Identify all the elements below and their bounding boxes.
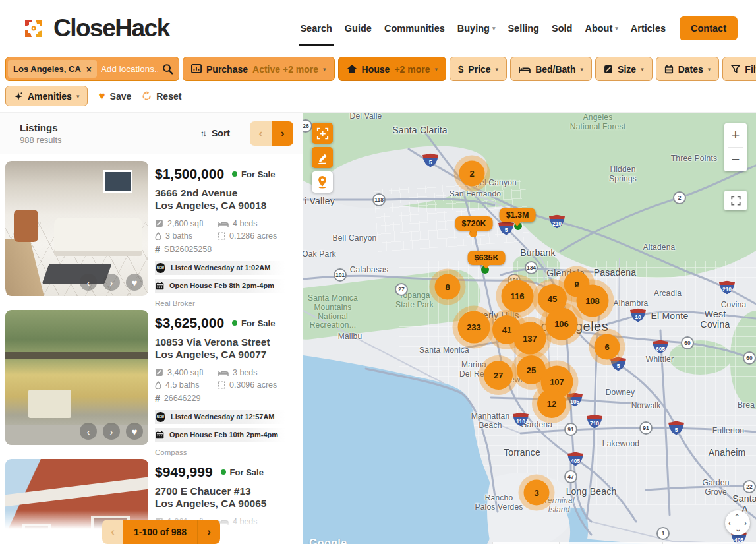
map-cluster-marker[interactable]: 106: [546, 308, 578, 340]
map-cluster-marker[interactable]: 12: [537, 389, 566, 418]
map-cluster-marker[interactable]: 27: [484, 361, 513, 390]
photo-next-button[interactable]: ›: [103, 274, 120, 291]
map-cluster-marker[interactable]: 108: [577, 285, 609, 317]
property-type-filter-button[interactable]: House +2 more ▾: [338, 57, 446, 81]
map-cluster-marker[interactable]: 137: [514, 322, 546, 355]
filter-button-dates[interactable]: Dates▾: [656, 57, 720, 81]
purchase-icon: [191, 64, 202, 73]
nav-item-selling[interactable]: Selling: [508, 23, 539, 34]
route-shield-27: 27: [395, 283, 408, 296]
baths-icon: [155, 381, 161, 390]
brand-logo[interactable]: CloseHack: [20, 15, 169, 42]
contact-button[interactable]: Contact: [680, 16, 738, 40]
pan-up-icon[interactable]: ‹: [734, 514, 741, 516]
reset-label: Reset: [156, 91, 181, 102]
pan-left-icon[interactable]: ‹: [728, 519, 731, 527]
map-cluster-marker[interactable]: 2: [459, 161, 485, 187]
listed-banner: NEWListed Wednesday at 1:02AM: [155, 261, 285, 275]
purchase-filter-button[interactable]: Purchase Active +2 more ▾: [183, 57, 335, 81]
map-pin-button[interactable]: [312, 171, 333, 193]
listing-card[interactable]: ‹›♥$1,500,000For Sale3666 2nd Avenue Los…: [0, 161, 303, 301]
map[interactable]: Del ValleSanta ClaritaAngeles National F…: [303, 113, 756, 544]
main-content: Listings 988 results ↑↓ Sort ‹ › ‹›♥$1,5…: [0, 112, 756, 544]
sort-label: Sort: [212, 128, 230, 138]
pan-right-icon[interactable]: ›: [744, 519, 747, 527]
map-cluster-marker[interactable]: 6: [595, 334, 620, 360]
zoom-out-button[interactable]: −: [724, 148, 747, 171]
nav-item-articles[interactable]: Articles: [631, 23, 666, 34]
save-label: Save: [110, 91, 132, 102]
reset-filters-button[interactable]: Reset: [142, 91, 181, 102]
map-cluster-marker[interactable]: 116: [502, 280, 534, 313]
route-shield-101: 101: [334, 268, 347, 282]
photo-controls: ‹›♥: [80, 423, 143, 440]
amenities-filter-button[interactable]: Amenities ▾: [5, 86, 88, 106]
mls-value: 26646229: [164, 394, 201, 403]
nav-item-communities[interactable]: Communities: [384, 23, 445, 34]
lot-size-value: 0.1286 acres: [229, 231, 277, 241]
filter-button-price[interactable]: $Price▾: [450, 57, 507, 81]
sqft: 3,400 sqft: [155, 368, 218, 377]
google-logo[interactable]: Google: [309, 537, 347, 544]
fullscreen-button[interactable]: [724, 191, 747, 210]
zoom-in-button[interactable]: +: [724, 123, 747, 147]
pagination-prev-button[interactable]: ‹: [102, 520, 123, 544]
filter-button-filters[interactable]: Filters▾: [722, 57, 756, 81]
pagination: ‹ 1-100 of 988 ›: [102, 520, 220, 544]
nav-item-buying[interactable]: Buying▾: [457, 23, 496, 34]
listings-prev-button[interactable]: ‹: [250, 121, 272, 146]
filter-bar: Los Angeles, CA × Purchase Active +2 mor…: [0, 57, 756, 81]
pan-down-icon[interactable]: ‹: [734, 529, 741, 532]
photo-prev-button[interactable]: ‹: [80, 274, 97, 291]
listing-card[interactable]: ‹›♥$3,625,000For Sale10853 Via Verona St…: [0, 310, 303, 450]
open-house-banner: Open House Feb 10th 2pm-4pm: [155, 428, 285, 442]
map-cluster-marker[interactable]: 8: [435, 274, 461, 300]
nav-item-label: About: [585, 23, 612, 34]
nav-item-guide[interactable]: Guide: [345, 23, 372, 34]
map-pan-control[interactable]: ‹ ‹ ‹ ›: [725, 510, 750, 535]
map-cluster-marker[interactable]: 233: [458, 311, 490, 344]
filter-button-size[interactable]: Size▾: [595, 57, 653, 81]
route-shield-134: 134: [525, 261, 538, 274]
caret-down-icon: ▾: [434, 66, 438, 73]
map-price-marker[interactable]: $720K: [455, 216, 493, 231]
location-search[interactable]: Los Angeles, CA ×: [5, 57, 179, 81]
size-icon: [604, 65, 613, 74]
beds-icon: [218, 369, 229, 377]
favorite-heart-icon[interactable]: ♥: [126, 274, 143, 291]
sqft: 2,600 sqft: [155, 219, 218, 228]
heart-icon: ♥: [98, 90, 105, 103]
listings-next-button[interactable]: ›: [272, 121, 293, 146]
nav-item-about[interactable]: About▾: [585, 23, 618, 34]
amenities-label: Amenities: [28, 91, 72, 102]
save-search-button[interactable]: ♥ Save: [98, 90, 131, 103]
map-price-marker[interactable]: $635K: [468, 251, 506, 265]
favorite-heart-icon[interactable]: ♥: [126, 423, 143, 440]
broker-name: Compass: [155, 448, 299, 456]
status-label: For Sale: [241, 318, 275, 328]
nav-item-sold[interactable]: Sold: [552, 23, 572, 34]
photo-prev-button[interactable]: ‹: [80, 423, 97, 440]
filter-button-bed-bath[interactable]: Bed/Bath▾: [510, 57, 592, 81]
listings-title: Listings: [20, 122, 62, 133]
status-label: For Sale: [241, 169, 275, 179]
map-price-marker[interactable]: $1.3M: [500, 208, 536, 222]
listing-price: $1,500,000: [155, 166, 224, 182]
remove-location-icon[interactable]: ×: [86, 66, 92, 73]
map-recenter-button[interactable]: [312, 123, 333, 144]
add-locations-input[interactable]: [97, 64, 162, 74]
broker-name: Real Broker: [155, 299, 299, 307]
pagination-next-button[interactable]: ›: [198, 520, 220, 544]
photo-next-button[interactable]: ›: [103, 423, 120, 440]
mls-number: #26646229: [155, 393, 293, 404]
map-cluster-marker[interactable]: 3: [524, 480, 550, 506]
photo-controls: ‹›♥: [80, 274, 143, 291]
map-draw-button[interactable]: [312, 147, 333, 168]
nav-item-search[interactable]: Search: [300, 23, 332, 34]
search-icon[interactable]: [162, 63, 173, 75]
location-tag[interactable]: Los Angeles, CA ×: [8, 60, 97, 78]
listings-header: Listings 988 results ↑↓ Sort ‹ ›: [0, 113, 303, 154]
reset-icon: [142, 91, 152, 101]
sort-button[interactable]: ↑↓ Sort: [200, 128, 231, 138]
listing-address: 10853 Via Verona Street Los Angeles, CA …: [155, 336, 299, 361]
